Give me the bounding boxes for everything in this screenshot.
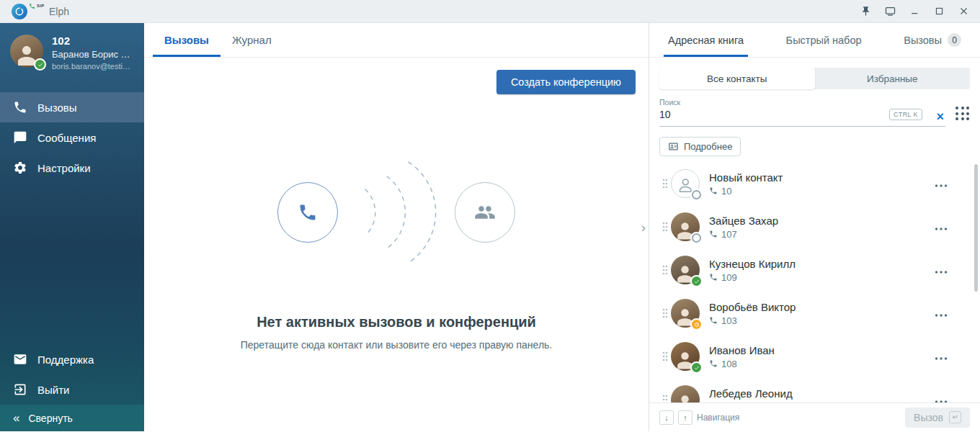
tab-speed-dial[interactable]: Быстрый набор (782, 23, 866, 57)
sidebar-item-support[interactable]: Поддержка (0, 344, 144, 374)
contact-name: Кузнецов Кирилл (709, 258, 931, 270)
collapse-sidebar-button[interactable]: « Свернуть (0, 405, 144, 431)
contact-more-button[interactable] (931, 391, 951, 403)
minimize-button[interactable] (905, 2, 924, 21)
contact-more-button[interactable] (931, 175, 951, 193)
collapse-panel-handle[interactable]: › (638, 220, 649, 235)
details-button-label: Подробнее (684, 141, 732, 152)
dialpad-button[interactable] (956, 107, 970, 121)
contact-number: 108 (721, 359, 737, 369)
close-icon (958, 6, 969, 17)
empty-calls-illustration (277, 151, 515, 274)
drag-handle-icon[interactable] (659, 221, 671, 233)
drag-handle-icon[interactable] (659, 351, 671, 362)
tab-journal[interactable]: Журнал (220, 23, 283, 57)
tab-label: Журнал (232, 34, 272, 46)
empty-state-title: Нет активных вызовов и конференций (257, 314, 536, 330)
phone-icon (709, 230, 718, 238)
details-button[interactable]: Подробнее (659, 137, 741, 156)
contact-more-button[interactable] (931, 305, 951, 323)
contact-name: Новый контакт (709, 171, 931, 184)
phone-icon (13, 100, 27, 114)
calls-count-badge: 0 (948, 33, 961, 47)
status-badge (35, 60, 45, 69)
tab-label: Быстрый набор (786, 35, 862, 46)
contact-number: 109 (721, 272, 737, 283)
contact-more-button[interactable] (931, 218, 951, 236)
status-badge (692, 363, 701, 372)
navigate-up-button[interactable]: ↑ (678, 410, 692, 425)
call-button-label: Вызов (914, 412, 943, 423)
address-book-content: Все контакты Избранные Поиск CTRL K × По… (649, 58, 980, 402)
contact-row[interactable]: Лебедев Леонид 110 (659, 378, 970, 402)
user-extension: 102 (52, 35, 134, 47)
titlebar: SIP Elph (0, 0, 980, 23)
user-name: Баранов Борис Вик… (52, 49, 134, 60)
contact-row[interactable]: Зайцев Захар 107 (659, 205, 970, 248)
close-button[interactable] (954, 2, 973, 21)
contact-more-button[interactable] (931, 261, 951, 279)
main-panel: Вызовы Журнал Создать конференцию Нет ак… (144, 23, 649, 431)
contact-avatar (671, 256, 700, 284)
tab-label: Вызовы (164, 34, 209, 46)
screen-capture-button[interactable] (881, 2, 899, 21)
contact-more-button[interactable] (931, 348, 951, 366)
contact-row[interactable]: Кузнецов Кирилл 109 (659, 248, 970, 292)
tab-calls-count[interactable]: Вызовы 0 (899, 23, 966, 57)
segment-all-contacts[interactable]: Все контакты (659, 68, 815, 89)
more-icon (935, 228, 948, 230)
sidebar: 102 Баранов Борис Вик… boris.baranov@tes… (0, 23, 144, 431)
contact-search-field: Поиск CTRL K × (659, 96, 945, 127)
contacts-panel: Адресная книга Быстрый набор Вызовы 0 Вс… (649, 23, 980, 431)
phone-icon (709, 359, 718, 368)
contact-row[interactable]: Иванов Иван 108 (659, 335, 970, 378)
tab-label: Адресная книга (668, 35, 744, 46)
phone-circle (277, 182, 338, 243)
maximize-button[interactable] (930, 2, 948, 21)
contact-number: 10 (721, 186, 731, 197)
contact-number: 107 (721, 229, 737, 240)
drag-handle-icon[interactable] (659, 178, 671, 189)
pin-button[interactable] (856, 2, 875, 21)
gear-icon (13, 161, 27, 175)
logo-sip-badge: SIP (29, 3, 45, 9)
signal-waves-icon (354, 151, 439, 274)
search-input[interactable] (659, 109, 816, 120)
sidebar-item-calls[interactable]: Вызовы (0, 92, 144, 122)
navigate-down-button[interactable]: ↓ (659, 410, 674, 425)
contact-card-icon (668, 141, 679, 152)
contact-name: Лебедев Леонид (709, 387, 931, 400)
scrollbar-thumb[interactable] (974, 164, 978, 292)
contact-row[interactable]: Новый контакт 10 (659, 162, 970, 205)
drag-handle-icon[interactable] (659, 394, 671, 402)
contact-avatar (671, 212, 700, 241)
minimize-icon (909, 6, 920, 17)
tab-address-book[interactable]: Адресная книга (664, 23, 748, 57)
sidebar-item-logout[interactable]: Выйти (0, 374, 144, 405)
call-button[interactable]: Вызов ↵ (905, 408, 970, 428)
app-logo: SIP (12, 3, 45, 20)
clear-search-button[interactable]: × (936, 110, 944, 123)
double-chevron-left-icon: « (13, 412, 19, 424)
user-avatar (10, 35, 43, 68)
create-conference-button[interactable]: Создать конференцию (496, 70, 636, 94)
segment-favorites[interactable]: Избранные (815, 68, 971, 89)
contact-name: Зайцев Захар (709, 215, 931, 227)
status-badge (692, 320, 701, 329)
phone-icon (709, 186, 718, 195)
contacts-scrollbar[interactable] (974, 153, 978, 398)
drag-handle-icon[interactable] (659, 264, 671, 276)
drag-handle-icon[interactable] (659, 307, 671, 319)
sidebar-item-messages[interactable]: Сообщения (0, 122, 144, 153)
tab-calls[interactable]: Вызовы (153, 23, 220, 57)
maximize-icon (934, 6, 945, 17)
chat-icon (13, 130, 27, 145)
user-profile[interactable]: 102 Баранов Борис Вик… boris.baranov@tes… (0, 23, 144, 84)
contact-row[interactable]: Воробьёв Виктор 103 (659, 292, 970, 335)
more-icon (935, 184, 948, 187)
sidebar-item-label: Настройки (37, 162, 91, 174)
screen-icon (884, 5, 896, 17)
contact-list: Новый контакт 10 (659, 162, 970, 402)
sidebar-item-settings[interactable]: Настройки (0, 153, 144, 183)
contact-name: Иванов Иван (709, 344, 931, 356)
